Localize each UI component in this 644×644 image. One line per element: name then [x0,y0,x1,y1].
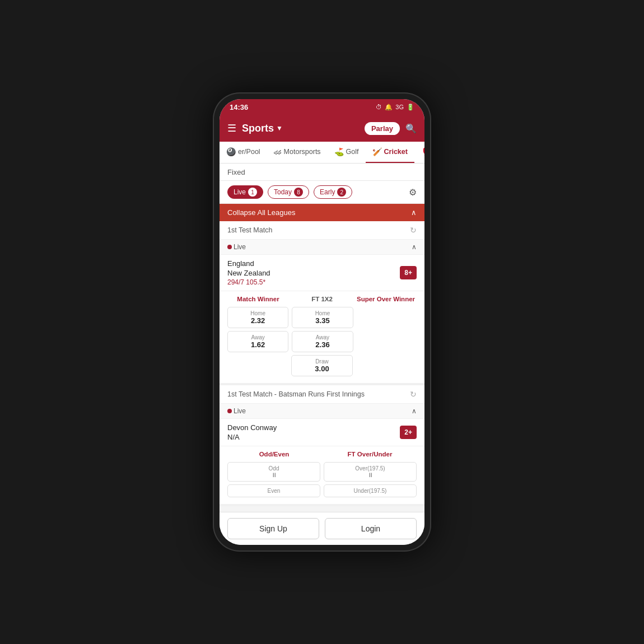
match2-team1: Devon Conway [227,423,277,432]
match1-empty4 [356,355,417,376]
match2-league: 1st Test Match - Batsman Runs First Inni… [220,385,424,404]
filter-early-label: Early [320,188,335,196]
tab-golf[interactable]: ⛳ Golf [328,142,366,163]
match1-collapse-icon[interactable]: ∧ [412,243,417,251]
match1-empty1 [357,307,417,328]
match2-teams-info: Devon Conway N/A [227,423,277,441]
live-dot [227,245,232,249]
match2-live-label: Live [227,407,246,415]
match2-odd[interactable]: Odd ⏸ [227,462,320,482]
filter-today-badge: 8 [294,188,303,197]
filter-row: Live 1 Today 8 Early 2 ⚙ [220,181,424,204]
match1-draw-ft[interactable]: Draw 3.00 [291,355,353,376]
match1-live-row: Live ∧ [220,240,424,255]
tab-cricket-label: Cricket [384,148,408,156]
match1-market1-header: Match Winner [227,296,289,302]
tab-motorsports-label: Motorsports [284,148,321,156]
chevron-down-icon[interactable]: ▼ [276,124,283,132]
parlay-button[interactable]: Parlay [365,122,400,135]
collapse-label: Collapse All Leagues [227,208,295,217]
header-right: Parlay 🔍 [365,122,417,135]
bottom-buttons: Sign Up Login [220,512,424,545]
login-button[interactable]: Login [325,518,417,539]
tab-pool-label: er/Pool [238,148,260,156]
match1-league: 1st Test Match ↻ [220,221,424,240]
collapse-bar[interactable]: Collapse All Leagues ∧ [220,204,424,221]
boxing-icon: 🥊 [421,147,424,156]
filter-icon[interactable]: ⚙ [409,187,417,198]
match2-more-button[interactable]: 2+ [400,426,417,439]
match1-row3: Draw 3.00 [227,355,417,376]
phone-frame: 14:36 ⏱ 🔔 3G 🔋 ☰ Sports ▼ Parlay 🔍 [213,92,431,552]
match1-empty2 [357,331,417,352]
bell-icon: 🔔 [385,104,393,111]
fixed-label: Fixed [227,168,245,176]
match2-row2: Even Under(197.5) [227,484,417,497]
live-dot2 [227,409,232,413]
tab-boxing[interactable]: 🥊 Boxing/M [414,142,424,163]
match2-even[interactable]: Even [227,484,320,497]
header-title-text: Sports [242,123,274,134]
match2-teams: Devon Conway N/A 2+ [220,419,424,446]
header-left: ☰ Sports ▼ [227,122,283,134]
match1-odds-headers: Match Winner FT 1X2 Super Over Winner [227,296,417,302]
match1-row2: Away 1.62 Away 2.36 [227,331,417,352]
status-icons: ⏱ 🔔 3G 🔋 [376,104,414,111]
match2-over[interactable]: Over(197.5) ⏸ [324,462,417,482]
match2-team2: N/A [227,433,277,441]
status-bar: 14:36 ⏱ 🔔 3G 🔋 [220,99,424,115]
match1-market2-header: FT 1X2 [291,296,353,302]
filter-live-badge: 1 [248,188,257,197]
pool-icon: 🎱 [226,147,236,156]
match1-team1: England [227,259,270,268]
match1-team2: New Zealand [227,269,270,277]
match1-row1: Home 2.32 Home 3.35 [227,307,417,328]
match2-live-row: Live ∧ [220,404,424,419]
phone-screen: 14:36 ⏱ 🔔 3G 🔋 ☰ Sports ▼ Parlay 🔍 [220,99,424,545]
match1-away-ft[interactable]: Away 2.36 [292,331,353,352]
tab-pool[interactable]: 🎱 er/Pool [220,142,267,163]
match2-odds-rows: Odd ⏸ Over(197.5) ⏸ Even [227,462,417,497]
match1-market3-header: Super Over Winner [355,296,417,302]
match1-more-button[interactable]: 8+ [400,266,417,279]
tab-motorsports[interactable]: 🏎 Motorsports [267,142,328,163]
filter-early[interactable]: Early 2 [314,185,352,199]
match1-teams-info: England New Zealand 294/7 105.5* [227,259,270,286]
match2-collapse-icon[interactable]: ∧ [412,407,417,415]
tab-cricket[interactable]: 🏏 Cricket [366,142,414,163]
match1-empty3 [227,355,288,376]
match1-odds-rows: Home 2.32 Home 3.35 Away 1.62 [227,307,417,376]
header-title: Sports ▼ [242,123,283,134]
tab-golf-label: Golf [346,148,359,156]
match1-home-mw[interactable]: Home 2.32 [227,307,288,328]
match1-away-mw[interactable]: Away 1.62 [227,331,288,352]
collapse-icon: ∧ [411,208,417,217]
menu-icon[interactable]: ☰ [227,122,236,134]
battery-icon: 🔋 [407,104,414,111]
match2-row1: Odd ⏸ Over(197.5) ⏸ [227,462,417,482]
filter-live[interactable]: Live 1 [227,185,263,199]
match1-odds: Match Winner FT 1X2 Super Over Winner Ho… [220,291,424,385]
match2-league-name: 1st Test Match - Batsman Runs First Inni… [227,390,365,398]
match1-teams: England New Zealand 294/7 105.5* 8+ [220,255,424,291]
match2-odds-headers: Odd/Even FT Over/Under [227,451,417,458]
scroll-content: 1st Test Match ↻ Live ∧ England New Zeal… [220,221,424,512]
filter-early-badge: 2 [337,188,346,197]
match2-odds: Odd/Even FT Over/Under Odd ⏸ Over(197.5)… [220,446,424,506]
match2-market2-header: FT Over/Under [323,451,417,458]
match1-refresh-icon[interactable]: ↻ [410,226,417,235]
match1-live-label: Live [227,243,246,251]
filter-live-label: Live [234,188,246,196]
clock-icon: ⏱ [376,104,382,110]
match1-league-name: 1st Test Match [227,226,272,234]
match2-refresh-icon[interactable]: ↻ [410,390,417,399]
search-icon[interactable]: 🔍 [405,123,417,134]
match2-under[interactable]: Under(197.5) [324,484,417,497]
status-time: 14:36 [230,103,248,111]
filter-today-label: Today [274,188,292,196]
signup-button[interactable]: Sign Up [227,518,319,539]
filter-today[interactable]: Today 8 [268,185,309,199]
match1-home-ft[interactable]: Home 3.35 [292,307,353,328]
fixed-bar: Fixed [220,164,424,181]
cricket-icon: 🏏 [372,147,382,156]
